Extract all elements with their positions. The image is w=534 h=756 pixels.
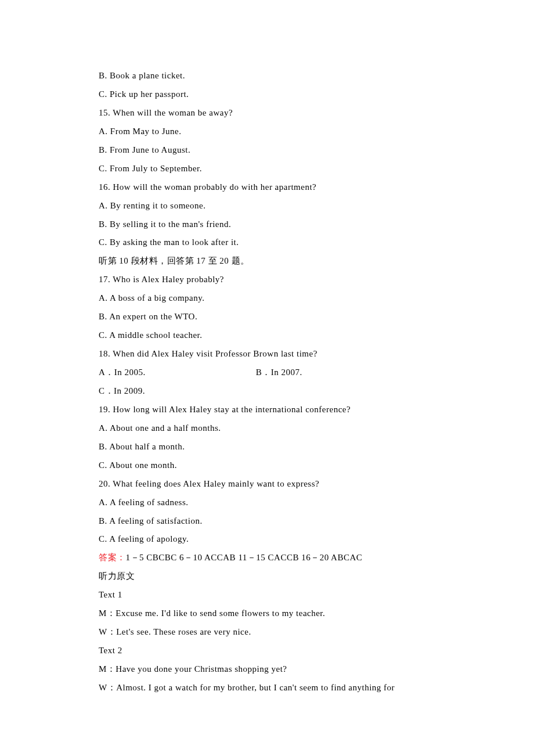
document-line: C．In 2009. (99, 382, 435, 401)
document-line: A. A boss of a big company. (99, 289, 435, 308)
document-line: 17. Who is Alex Haley probably? (99, 271, 435, 289)
document-line: B. By selling it to the man's friend. (99, 215, 435, 234)
document-line: 16. How will the woman probably do with … (99, 178, 435, 197)
document-line: C. By asking the man to look after it. (99, 233, 435, 252)
document-line: A. By renting it to someone. (99, 197, 435, 215)
document-line: C. From July to September. (99, 160, 435, 178)
document-line: C. A middle school teacher. (99, 326, 435, 345)
document-line: B. From June to August. (99, 141, 435, 160)
answer-key: 1－5 CBCBC 6－10 ACCAB 11－15 CACCB 16－20 A… (126, 553, 363, 562)
document-line: B. Book a plane ticket. (99, 67, 435, 85)
document-line: B. A feeling of satisfaction. (99, 512, 435, 531)
document-line: A. About one and a half months. (99, 419, 435, 438)
document-line: 听力原文 (99, 567, 435, 586)
document-line: 20. What feeling does Alex Haley mainly … (99, 475, 435, 494)
document-line: Text 2 (99, 642, 435, 660)
document-line: B. An expert on the WTO. (99, 308, 435, 326)
document-line: C. Pick up her passport. (99, 85, 435, 104)
document-line: C. About one month. (99, 456, 435, 475)
document-line: M：Have you done your Christmas shopping … (99, 660, 435, 679)
document-line: M：Excuse me. I'd like to send some flowe… (99, 604, 435, 623)
document-line: A. From May to June. (99, 123, 435, 141)
document-line: W：Almost. I got a watch for my brother, … (99, 679, 435, 697)
answer-label: 答案： (99, 553, 126, 562)
document-line: A. A feeling of sadness. (99, 494, 435, 512)
document-line: 15. When will the woman be away? (99, 104, 435, 123)
option-b-text: B．In 2007. (256, 363, 302, 382)
document-line: W：Let's see. These roses are very nice. (99, 623, 435, 642)
document-line: 18. When did Alex Haley visit Professor … (99, 345, 435, 363)
document-line: C. A feeling of apology. (99, 530, 435, 549)
document-line: 19. How long will Alex Haley stay at the… (99, 401, 435, 419)
option-a-text: A．In 2005. (99, 363, 146, 382)
document-line: B. About half a month. (99, 438, 435, 456)
document-line: 答案：1－5 CBCBC 6－10 ACCAB 11－15 CACCB 16－2… (99, 549, 435, 567)
document-line: A．In 2005.B．In 2007. (99, 363, 435, 382)
document-line: Text 1 (99, 586, 435, 604)
document-line: 听第 10 段材料，回答第 17 至 20 题。 (99, 252, 435, 271)
